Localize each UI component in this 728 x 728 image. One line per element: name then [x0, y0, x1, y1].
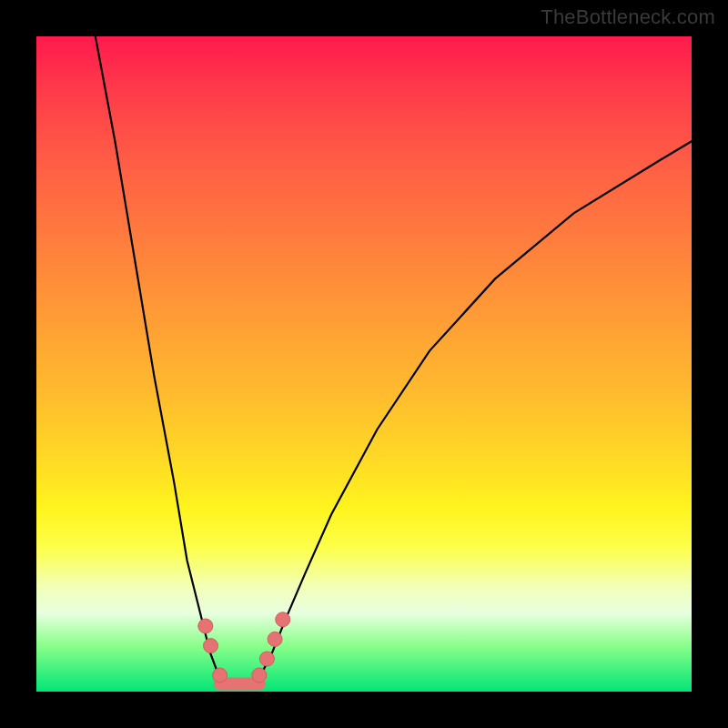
data-marker: [204, 639, 218, 653]
data-marker: [213, 668, 228, 682]
data-marker: [252, 668, 267, 682]
data-marker: [276, 612, 290, 627]
data-marker: [198, 619, 213, 633]
data-marker: [259, 652, 274, 666]
curve-right-branch: [259, 141, 692, 678]
watermark-text: TheBottleneck.com: [541, 5, 715, 29]
marker-group: [198, 612, 290, 682]
curve-left-branch: [96, 36, 220, 679]
data-marker: [268, 632, 282, 646]
chart-frame: TheBottleneck.com: [0, 0, 728, 728]
chart-svg: [36, 36, 692, 692]
